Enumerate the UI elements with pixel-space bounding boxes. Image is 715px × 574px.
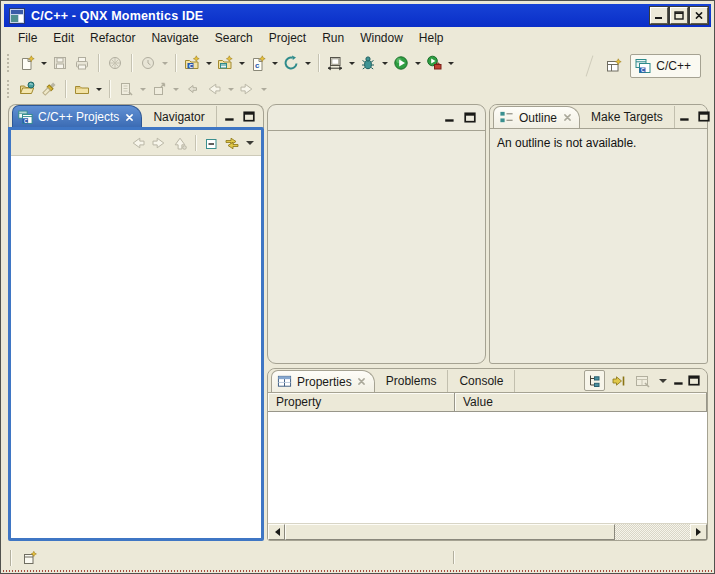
projects-tree[interactable] bbox=[11, 156, 261, 538]
editor-content[interactable] bbox=[268, 131, 485, 364]
external-build-button[interactable] bbox=[137, 52, 159, 74]
view-menu-button[interactable] bbox=[656, 371, 670, 391]
save-icon bbox=[52, 55, 68, 71]
new-cpp-project-dropdown[interactable] bbox=[236, 52, 247, 74]
titlebar[interactable]: C/C++ - QNX Momentics IDE bbox=[4, 4, 711, 27]
go-into-dropdown[interactable] bbox=[170, 78, 181, 100]
toolbar-grip[interactable] bbox=[7, 80, 12, 98]
new-target-project-button[interactable] bbox=[280, 52, 302, 74]
editor-minimize-button[interactable] bbox=[444, 112, 456, 123]
tab-cc-projects[interactable]: C/C++ Projects bbox=[12, 105, 142, 128]
external-tools-button[interactable] bbox=[423, 52, 445, 74]
column-header-property[interactable]: Property bbox=[268, 393, 455, 412]
statusbar-divider bbox=[453, 551, 454, 564]
tree-mode-button[interactable] bbox=[584, 370, 605, 391]
view-maximize-button[interactable] bbox=[698, 111, 710, 122]
open-resource-button[interactable] bbox=[16, 78, 38, 100]
close-icon bbox=[694, 11, 704, 20]
new-target-project-dropdown[interactable] bbox=[302, 52, 313, 74]
external-tools-icon bbox=[426, 55, 442, 71]
menu-search[interactable]: Search bbox=[207, 29, 261, 47]
back-small-button[interactable] bbox=[181, 78, 203, 100]
editor-maximize-button[interactable] bbox=[464, 112, 476, 123]
open-type-button[interactable] bbox=[71, 78, 93, 100]
back-dropdown[interactable] bbox=[225, 78, 236, 100]
print-button[interactable] bbox=[71, 52, 93, 74]
scrollbar-thumb[interactable] bbox=[285, 524, 615, 540]
new-c-project-dropdown[interactable] bbox=[203, 52, 214, 74]
external-build-dropdown[interactable] bbox=[159, 52, 170, 74]
tab-console[interactable]: Console bbox=[448, 370, 515, 392]
toolbar-separator bbox=[175, 54, 176, 72]
search-button[interactable] bbox=[38, 78, 60, 100]
menu-navigate[interactable]: Navigate bbox=[143, 29, 206, 47]
tab-properties[interactable]: Properties bbox=[271, 370, 375, 392]
external-tools-dropdown[interactable] bbox=[445, 52, 456, 74]
tab-problems[interactable]: Problems bbox=[375, 370, 449, 392]
menu-window[interactable]: Window bbox=[352, 29, 411, 47]
run-button[interactable] bbox=[390, 52, 412, 74]
debug-dropdown[interactable] bbox=[379, 52, 390, 74]
view-maximize-button[interactable] bbox=[243, 111, 255, 122]
link-editor-button[interactable] bbox=[222, 133, 242, 153]
run-dropdown[interactable] bbox=[412, 52, 423, 74]
minimize-icon bbox=[679, 111, 691, 122]
menu-edit[interactable]: Edit bbox=[45, 29, 82, 47]
minimize-button[interactable] bbox=[650, 7, 668, 24]
view-minimize-button[interactable] bbox=[679, 111, 691, 122]
back-button[interactable] bbox=[128, 133, 148, 153]
view-minimize-button[interactable] bbox=[673, 375, 685, 386]
tab-outline[interactable]: Outline bbox=[493, 106, 580, 128]
menu-file[interactable]: File bbox=[10, 29, 45, 47]
menu-project[interactable]: Project bbox=[261, 29, 314, 47]
app-window: C/C++ - QNX Momentics IDE File Edit Refa… bbox=[0, 0, 715, 574]
launch-config-button[interactable] bbox=[324, 52, 346, 74]
back-button[interactable] bbox=[203, 78, 225, 100]
scroll-right-button[interactable] bbox=[690, 524, 707, 540]
show-categories-button[interactable] bbox=[608, 370, 629, 391]
new-c-file-button[interactable] bbox=[247, 52, 269, 74]
close-button[interactable] bbox=[690, 7, 708, 24]
horizontal-scrollbar bbox=[268, 523, 707, 540]
tab-close-button[interactable] bbox=[124, 112, 134, 122]
new-c-file-dropdown[interactable] bbox=[269, 52, 280, 74]
new-cpp-project-button[interactable] bbox=[214, 52, 236, 74]
go-into-button[interactable] bbox=[148, 78, 170, 100]
tab-make-targets[interactable]: Make Targets bbox=[580, 106, 675, 128]
tab-close-button[interactable] bbox=[562, 113, 572, 123]
view-maximize-button[interactable] bbox=[688, 375, 700, 386]
debug-button[interactable] bbox=[357, 52, 379, 74]
menu-refactor[interactable]: Refactor bbox=[82, 29, 143, 47]
up-button[interactable] bbox=[170, 133, 190, 153]
last-edit-button[interactable] bbox=[115, 78, 137, 100]
scroll-left-button[interactable] bbox=[268, 524, 285, 540]
view-menu-button[interactable] bbox=[243, 133, 257, 153]
maximize-button[interactable] bbox=[670, 7, 688, 24]
toolbar-grip[interactable] bbox=[7, 54, 12, 72]
perspective-cc-button[interactable]: C/C++ bbox=[630, 54, 701, 78]
collapse-all-button[interactable] bbox=[201, 133, 221, 153]
fast-view-button[interactable] bbox=[19, 548, 41, 568]
last-edit-dropdown[interactable] bbox=[137, 78, 148, 100]
restore-value-button[interactable] bbox=[632, 370, 653, 391]
tab-close-button[interactable] bbox=[357, 377, 367, 387]
forward-dropdown[interactable] bbox=[258, 78, 269, 100]
tab-navigator[interactable]: Navigator bbox=[142, 106, 216, 128]
save-button[interactable] bbox=[49, 52, 71, 74]
properties-table-body[interactable] bbox=[268, 412, 707, 523]
new-wizard-button[interactable] bbox=[16, 52, 38, 74]
menu-help[interactable]: Help bbox=[411, 29, 452, 47]
menu-run[interactable]: Run bbox=[314, 29, 352, 47]
open-perspective-button[interactable] bbox=[603, 55, 625, 77]
launch-config-dropdown[interactable] bbox=[346, 52, 357, 74]
view-minimize-button[interactable] bbox=[224, 111, 236, 122]
toolbar-row-2 bbox=[4, 76, 711, 102]
open-type-dropdown[interactable] bbox=[93, 78, 104, 100]
forward-button[interactable] bbox=[149, 133, 169, 153]
column-header-value[interactable]: Value bbox=[455, 393, 707, 412]
new-c-project-button[interactable] bbox=[181, 52, 203, 74]
scrollbar-track[interactable] bbox=[615, 524, 690, 540]
new-wizard-dropdown[interactable] bbox=[38, 52, 49, 74]
build-all-button[interactable] bbox=[104, 52, 126, 74]
forward-button[interactable] bbox=[236, 78, 258, 100]
